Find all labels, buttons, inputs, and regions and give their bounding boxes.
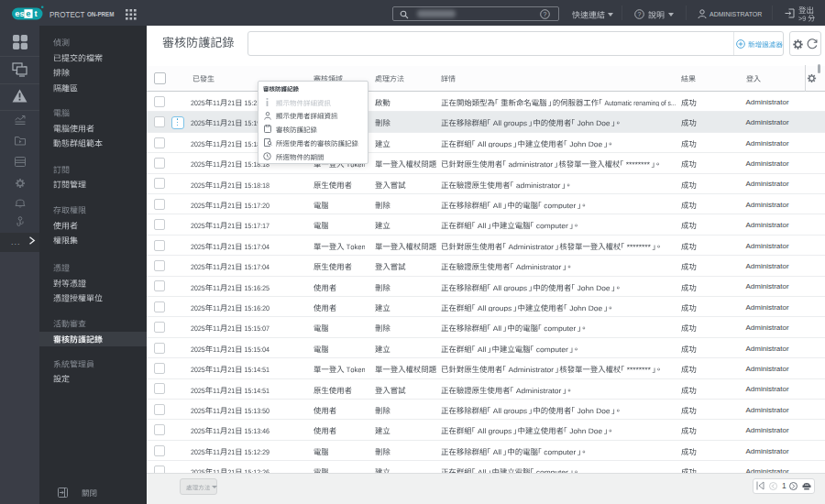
svg-text:PROTECT: PROTECT [50, 9, 85, 19]
svg-text:e: e [26, 8, 30, 18]
svg-text:es: es [15, 8, 25, 18]
svg-text:?: ? [544, 11, 547, 17]
svg-text:ON-PREM: ON-PREM [87, 11, 115, 17]
svg-text:?: ? [638, 11, 642, 17]
